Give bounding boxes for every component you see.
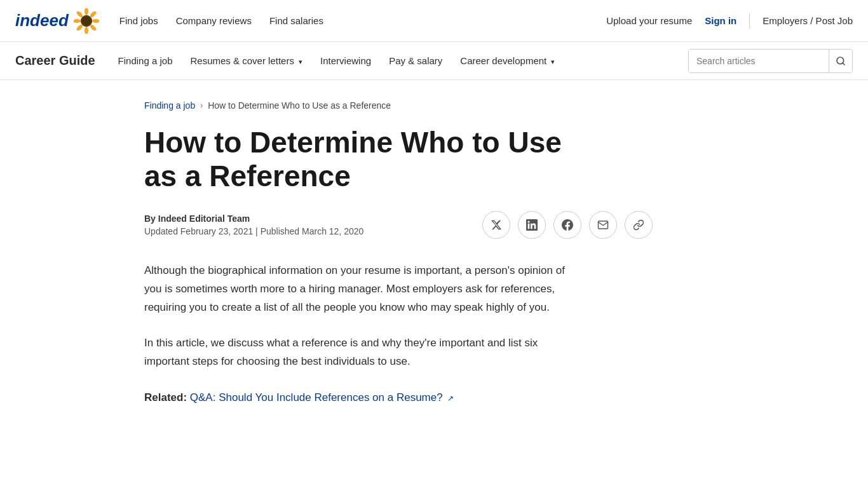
- facebook-icon: [562, 219, 573, 231]
- linkedin-share-button[interactable]: [518, 211, 546, 239]
- find-jobs-link[interactable]: Find jobs: [119, 15, 158, 26]
- related-label: Related:: [144, 391, 187, 403]
- svg-point-4: [92, 19, 99, 23]
- article-meta: By Indeed Editorial Team Updated Februar…: [144, 211, 653, 239]
- article-dates: Updated February 23, 2021 | Published Ma…: [144, 226, 363, 236]
- resumes-cover-letters-nav-link[interactable]: Resumes & cover letters ▾: [191, 55, 303, 66]
- career-dev-dropdown-arrow: ▾: [551, 58, 555, 65]
- search-container: [688, 49, 853, 73]
- article-title: How to Determine Who to Use as a Referen…: [144, 126, 602, 193]
- svg-point-1: [85, 8, 88, 15]
- twitter-share-button[interactable]: [482, 211, 510, 239]
- search-input[interactable]: [689, 50, 829, 72]
- twitter-icon: [491, 219, 502, 231]
- breadcrumb-parent-link[interactable]: Finding a job: [144, 100, 195, 111]
- career-guide-title: Career Guide: [15, 53, 95, 68]
- svg-point-10: [82, 17, 91, 25]
- indeed-logo-text: indeed: [15, 11, 69, 30]
- interviewing-nav-link[interactable]: Interviewing: [320, 55, 371, 66]
- article-related: Related: Q&A: Should You Include Referen…: [144, 389, 576, 407]
- indeed-logo[interactable]: indeed: [15, 8, 99, 34]
- career-guide-nav: Career Guide Finding a job Resumes & cov…: [0, 42, 868, 80]
- employers-link[interactable]: Employers / Post Job: [763, 15, 853, 26]
- find-salaries-link[interactable]: Find salaries: [269, 15, 323, 26]
- email-share-button[interactable]: [589, 211, 617, 239]
- article-paragraph-1: Although the biographical information on…: [144, 262, 576, 317]
- pay-salary-nav-link[interactable]: Pay & salary: [389, 55, 442, 66]
- linkedin-icon: [526, 219, 538, 231]
- nav-divider: [749, 13, 750, 29]
- resumes-dropdown-arrow: ▾: [299, 58, 302, 65]
- finding-a-job-nav-link[interactable]: Finding a job: [118, 55, 173, 66]
- external-link-icon: ↗: [447, 394, 454, 403]
- sunflower-icon: [74, 8, 99, 34]
- copy-link-button[interactable]: [625, 211, 653, 239]
- email-icon: [597, 219, 609, 231]
- social-buttons: [482, 211, 653, 239]
- top-nav-right: Upload your resume Sign in Employers / P…: [606, 13, 853, 29]
- search-button[interactable]: [829, 50, 852, 72]
- related-link[interactable]: Q&A: Should You Include References on a …: [190, 391, 454, 403]
- career-nav-links: Finding a job Resumes & cover letters ▾ …: [118, 55, 688, 66]
- facebook-share-button[interactable]: [553, 211, 581, 239]
- career-development-nav-link[interactable]: Career development ▾: [460, 55, 555, 66]
- main-content: Finding a job › How to Determine Who to …: [0, 100, 868, 407]
- article-paragraph-2: In this article, we discuss what a refer…: [144, 334, 576, 371]
- company-reviews-link[interactable]: Company reviews: [176, 15, 252, 26]
- article-author: By Indeed Editorial Team: [144, 214, 363, 224]
- top-nav: indeed Find jobs Company: [0, 0, 868, 42]
- breadcrumb-separator: ›: [200, 101, 203, 110]
- svg-line-12: [843, 63, 844, 65]
- sign-in-button[interactable]: Sign in: [705, 15, 736, 26]
- top-nav-links: Find jobs Company reviews Find salaries: [119, 15, 606, 26]
- breadcrumb: Finding a job › How to Determine Who to …: [144, 100, 724, 111]
- svg-point-2: [85, 27, 88, 34]
- article-meta-left: By Indeed Editorial Team Updated Februar…: [144, 214, 363, 236]
- breadcrumb-current: How to Determine Who to Use as a Referen…: [208, 100, 391, 111]
- search-icon: [836, 56, 846, 66]
- upload-resume-link[interactable]: Upload your resume: [606, 15, 692, 26]
- svg-point-3: [74, 19, 81, 23]
- link-icon: [633, 219, 644, 231]
- article-body: Although the biographical information on…: [144, 262, 576, 407]
